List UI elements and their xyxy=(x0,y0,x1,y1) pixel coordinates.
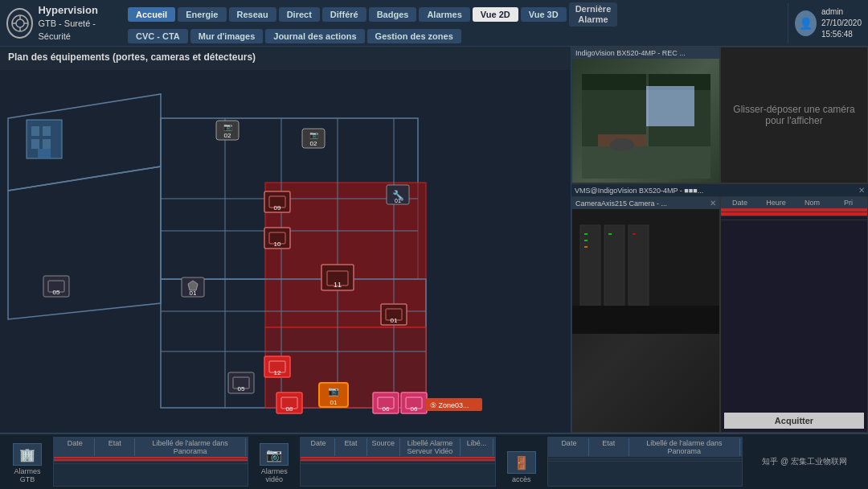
secondary-cam-image xyxy=(572,209,719,433)
camera-bottom-row: CameraAxis215 Camera - ... ✕ xyxy=(571,196,868,433)
svg-rect-89 xyxy=(628,225,649,306)
svg-rect-92 xyxy=(584,246,588,248)
video-icon: 📷 xyxy=(260,443,289,466)
acces-col-etat: Etat xyxy=(589,438,628,456)
gtb-rows xyxy=(54,457,248,486)
camera-drop-zone[interactable]: Glisser-déposer une caméra pour l'affich… xyxy=(720,47,868,183)
user-area: 👤 admin 27/10/2020 15:56:48 xyxy=(788,3,868,43)
svg-text:12: 12 xyxy=(274,369,281,376)
svg-rect-74 xyxy=(31,126,39,136)
watermark-area: 知乎 @ 宏集工业物联网 xyxy=(744,437,865,487)
nav-derniere-alarme-button[interactable]: DernièreAlarme xyxy=(569,2,618,27)
main-cam-image xyxy=(572,59,719,183)
video-icon-area: 📷 Alarmesvidéo xyxy=(250,437,298,487)
secondary-cam-titlebar: CameraAxis215 Camera - ... ✕ xyxy=(572,197,719,209)
svg-text:01: 01 xyxy=(190,290,197,297)
video-col-libelle: Libellé Alarme Serveur Vidéo xyxy=(400,438,461,456)
svg-text:06: 06 xyxy=(383,405,390,413)
app-title: Hypervision xyxy=(38,3,118,18)
app-subtitle: GTB - Sureté - Sécurité xyxy=(38,18,118,43)
acces-panel-header: Date Etat Libellé de l'alarme dans Panor… xyxy=(548,438,742,457)
svg-text:01: 01 xyxy=(330,399,338,406)
video-rows xyxy=(301,457,494,486)
nav-journal-button[interactable]: Journal des actions xyxy=(265,29,364,43)
nav-vue2d-button[interactable]: Vue 2D xyxy=(473,7,518,22)
main-camera-feed: IndigoVision BX520-4MP - REC ... xyxy=(571,47,720,183)
video-panel-header: Date Etat Source Libellé Alarme Serveur … xyxy=(301,438,494,457)
secondary-camera-feed: CameraAxis215 Camera - ... ✕ xyxy=(571,196,720,433)
secondary-cam-title: CameraAxis215 Camera - ... xyxy=(575,199,667,208)
nav-button-group: Accueil Energie Reseau Direct Différé Ba… xyxy=(125,0,788,47)
svg-text:02: 02 xyxy=(224,132,231,139)
alarm-col-nom: Nom xyxy=(795,199,829,207)
alarm-col-pri: Pri xyxy=(831,199,866,207)
alarm-col-heure: Heure xyxy=(759,199,793,207)
svg-rect-95 xyxy=(572,306,720,334)
gtb-col-libelle: Libellé de l'alarme dans Panorama xyxy=(135,438,246,456)
nav-badges-button[interactable]: Badges xyxy=(369,7,417,22)
nav-direct-button[interactable]: Direct xyxy=(279,7,320,22)
acces-icon: 🚪 xyxy=(507,451,536,474)
svg-rect-94 xyxy=(633,233,636,235)
bottom-bar: 🏢 AlarmesGTB Date Etat Libellé de l'alar… xyxy=(0,433,868,489)
user-name: admin xyxy=(821,6,862,18)
gtb-label: AlarmesGTB xyxy=(14,467,40,483)
nav-reseau-button[interactable]: Reseau xyxy=(229,7,276,22)
camera-top-row: IndigoVision BX520-4MP - REC ... xyxy=(571,47,868,183)
svg-rect-80 xyxy=(582,146,710,179)
svg-rect-82 xyxy=(646,86,694,126)
floor-plan-canvas: 📷 02 📷 02 05 xyxy=(0,69,571,433)
secondary-close-button[interactable]: ✕ xyxy=(710,199,716,208)
user-info: admin 27/10/2020 15:56:48 xyxy=(821,6,862,40)
acces-label: accès xyxy=(512,475,531,483)
svg-rect-76 xyxy=(31,139,39,149)
svg-text:01: 01 xyxy=(395,198,401,203)
video-col-source: Source xyxy=(367,438,399,456)
acces-rows xyxy=(548,457,742,486)
acquitter-button[interactable]: Acquitter xyxy=(724,413,864,429)
user-date: 27/10/2020 xyxy=(821,18,862,29)
nav-differe-button[interactable]: Différé xyxy=(322,7,366,22)
nav-gestion-zones-button[interactable]: Gestion des zones xyxy=(367,29,461,43)
nav-energie-button[interactable]: Energie xyxy=(178,7,226,22)
gtb-icon: 🏢 xyxy=(13,443,42,466)
alarm-table-right: Date Heure Nom Pri xyxy=(720,196,868,433)
svg-rect-85 xyxy=(646,74,649,146)
svg-text:09: 09 xyxy=(274,204,281,212)
nav-accueil-button[interactable]: Accueil xyxy=(128,7,175,22)
vms-title: VMS@IndigoVision BX520-4MP - ■■■... xyxy=(575,187,703,195)
acces-col-libelle: Libellé de l'alarme dans Panorama xyxy=(629,438,740,456)
gtb-col-etat: Etat xyxy=(95,438,134,456)
svg-text:⑤ Zone03...: ⑤ Zone03... xyxy=(430,401,469,409)
svg-text:📷: 📷 xyxy=(309,130,319,140)
acces-icon-area: 🚪 accès xyxy=(497,437,546,487)
acces-row-2 xyxy=(548,459,742,462)
gtb-panel: Date Etat Libellé de l'alarme dans Panor… xyxy=(53,437,248,487)
right-panel: IndigoVision BX520-4MP - REC ... xyxy=(571,47,868,433)
gtb-col-date: Date xyxy=(55,438,95,456)
vms-close-button[interactable]: ✕ xyxy=(858,186,865,195)
svg-text:08: 08 xyxy=(286,405,293,413)
svg-text:📷: 📷 xyxy=(223,122,233,132)
svg-rect-75 xyxy=(43,126,51,136)
video-label: Alarmesvidéo xyxy=(261,467,288,483)
svg-text:05: 05 xyxy=(238,385,245,392)
svg-text:📷: 📷 xyxy=(328,385,339,397)
svg-rect-87 xyxy=(580,225,600,306)
gtb-icon-area: 🏢 AlarmesGTB xyxy=(3,437,51,487)
gtb-row-3 xyxy=(54,462,248,464)
floor-plan-area: Plan des équipements (portes, cameras et… xyxy=(0,47,571,433)
user-time: 15:56:48 xyxy=(821,29,862,40)
watermark-text: 知乎 @ 宏集工业物联网 xyxy=(762,456,847,467)
svg-text:05: 05 xyxy=(53,289,60,296)
svg-text:06: 06 xyxy=(411,405,418,413)
nav-alarmes-button[interactable]: Alarmes xyxy=(419,7,469,22)
camera-drop-label: Glisser-déposer une caméra pour l'affich… xyxy=(729,104,859,126)
svg-text:10: 10 xyxy=(274,240,281,248)
app-logo-icon xyxy=(6,8,33,39)
nav-vue3d-button[interactable]: Vue 3D xyxy=(521,7,567,22)
svg-text:02: 02 xyxy=(310,140,317,147)
nav-cvc-button[interactable]: CVC - CTA xyxy=(128,29,188,43)
nav-mur-images-button[interactable]: Mur d'images xyxy=(190,29,263,43)
svg-rect-91 xyxy=(584,240,588,241)
